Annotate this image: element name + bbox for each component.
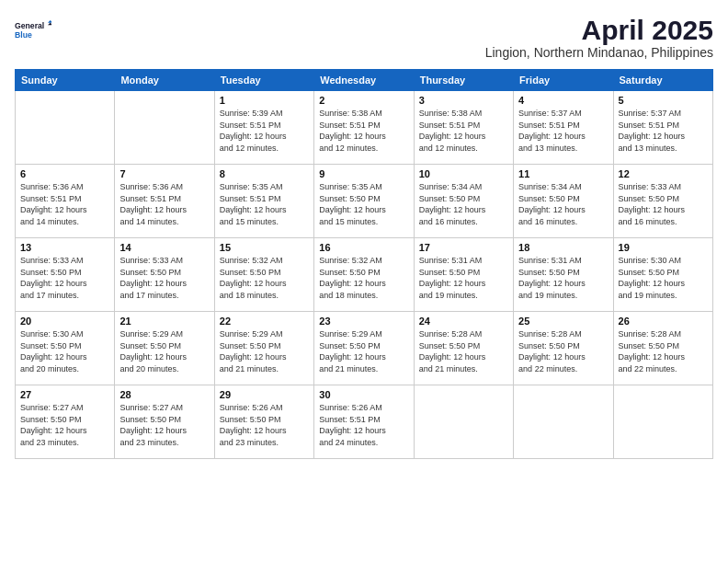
calendar-cell: 5Sunrise: 5:37 AM Sunset: 5:51 PM Daylig… xyxy=(613,91,712,165)
calendar-week-row: 6Sunrise: 5:36 AM Sunset: 5:51 PM Daylig… xyxy=(16,165,713,238)
calendar-day-header: Wednesday xyxy=(314,70,414,91)
day-number: 18 xyxy=(518,242,608,253)
day-number: 27 xyxy=(20,389,109,400)
day-info: Sunrise: 5:28 AM Sunset: 5:50 PM Dayligh… xyxy=(419,328,508,374)
day-info: Sunrise: 5:37 AM Sunset: 5:51 PM Dayligh… xyxy=(518,108,608,154)
calendar-cell: 2Sunrise: 5:38 AM Sunset: 5:51 PM Daylig… xyxy=(314,91,414,165)
calendar-day-header: Sunday xyxy=(16,70,115,91)
day-info: Sunrise: 5:34 AM Sunset: 5:50 PM Dayligh… xyxy=(419,181,508,227)
calendar-cell: 17Sunrise: 5:31 AM Sunset: 5:50 PM Dayli… xyxy=(414,238,513,312)
day-info: Sunrise: 5:31 AM Sunset: 5:50 PM Dayligh… xyxy=(419,255,508,301)
day-info: Sunrise: 5:36 AM Sunset: 5:51 PM Dayligh… xyxy=(119,181,209,227)
day-number: 5 xyxy=(619,95,708,106)
calendar-cell: 8Sunrise: 5:35 AM Sunset: 5:51 PM Daylig… xyxy=(214,165,313,238)
day-info: Sunrise: 5:39 AM Sunset: 5:51 PM Dayligh… xyxy=(220,108,309,154)
day-info: Sunrise: 5:31 AM Sunset: 5:50 PM Dayligh… xyxy=(518,255,608,301)
day-number: 9 xyxy=(319,168,408,179)
calendar-day-header: Monday xyxy=(115,70,214,91)
day-number: 29 xyxy=(220,389,309,400)
day-info: Sunrise: 5:28 AM Sunset: 5:50 PM Dayligh… xyxy=(619,328,708,374)
day-number: 12 xyxy=(619,168,708,179)
svg-marker-3 xyxy=(48,23,51,26)
day-info: Sunrise: 5:27 AM Sunset: 5:50 PM Dayligh… xyxy=(119,402,209,448)
day-info: Sunrise: 5:33 AM Sunset: 5:50 PM Dayligh… xyxy=(619,181,708,227)
day-number: 10 xyxy=(419,168,508,179)
calendar-cell: 6Sunrise: 5:36 AM Sunset: 5:51 PM Daylig… xyxy=(16,165,115,238)
day-number: 30 xyxy=(319,389,408,400)
day-number: 7 xyxy=(119,168,209,179)
day-info: Sunrise: 5:36 AM Sunset: 5:51 PM Dayligh… xyxy=(20,181,109,227)
calendar-cell: 11Sunrise: 5:34 AM Sunset: 5:50 PM Dayli… xyxy=(514,165,613,238)
header: General Blue April 2025 Lingion, Norther… xyxy=(15,15,713,60)
day-number: 6 xyxy=(20,168,109,179)
day-info: Sunrise: 5:29 AM Sunset: 5:50 PM Dayligh… xyxy=(220,328,309,374)
day-info: Sunrise: 5:27 AM Sunset: 5:50 PM Dayligh… xyxy=(20,402,109,448)
day-info: Sunrise: 5:30 AM Sunset: 5:50 PM Dayligh… xyxy=(20,328,109,374)
day-number: 1 xyxy=(220,95,309,106)
day-info: Sunrise: 5:30 AM Sunset: 5:50 PM Dayligh… xyxy=(619,255,708,301)
day-number: 28 xyxy=(119,389,209,400)
day-info: Sunrise: 5:34 AM Sunset: 5:50 PM Dayligh… xyxy=(518,181,608,227)
calendar-header-row: SundayMondayTuesdayWednesdayThursdayFrid… xyxy=(16,70,713,91)
day-info: Sunrise: 5:26 AM Sunset: 5:51 PM Dayligh… xyxy=(319,402,408,448)
calendar-cell: 1Sunrise: 5:39 AM Sunset: 5:51 PM Daylig… xyxy=(214,91,313,165)
calendar-cell: 30Sunrise: 5:26 AM Sunset: 5:51 PM Dayli… xyxy=(314,385,414,459)
calendar-day-header: Thursday xyxy=(414,70,513,91)
day-number: 3 xyxy=(419,95,508,106)
calendar-day-header: Tuesday xyxy=(214,70,313,91)
day-number: 25 xyxy=(518,316,608,327)
calendar-cell xyxy=(115,91,214,165)
day-number: 24 xyxy=(419,316,508,327)
calendar-cell: 21Sunrise: 5:29 AM Sunset: 5:50 PM Dayli… xyxy=(115,312,214,385)
day-info: Sunrise: 5:26 AM Sunset: 5:50 PM Dayligh… xyxy=(220,402,309,448)
calendar-cell: 12Sunrise: 5:33 AM Sunset: 5:50 PM Dayli… xyxy=(613,165,712,238)
calendar-cell: 25Sunrise: 5:28 AM Sunset: 5:50 PM Dayli… xyxy=(514,312,613,385)
subtitle: Lingion, Northern Mindanao, Philippines xyxy=(485,45,713,60)
day-number: 22 xyxy=(220,316,309,327)
calendar-cell: 7Sunrise: 5:36 AM Sunset: 5:51 PM Daylig… xyxy=(115,165,214,238)
main-title: April 2025 xyxy=(485,15,713,45)
day-info: Sunrise: 5:29 AM Sunset: 5:50 PM Dayligh… xyxy=(119,328,209,374)
calendar-cell: 22Sunrise: 5:29 AM Sunset: 5:50 PM Dayli… xyxy=(214,312,313,385)
calendar-cell: 29Sunrise: 5:26 AM Sunset: 5:50 PM Dayli… xyxy=(214,385,313,459)
day-info: Sunrise: 5:35 AM Sunset: 5:50 PM Dayligh… xyxy=(319,181,408,227)
day-number: 4 xyxy=(518,95,608,106)
calendar-cell: 28Sunrise: 5:27 AM Sunset: 5:50 PM Dayli… xyxy=(115,385,214,459)
calendar-cell: 15Sunrise: 5:32 AM Sunset: 5:50 PM Dayli… xyxy=(214,238,313,312)
day-info: Sunrise: 5:32 AM Sunset: 5:50 PM Dayligh… xyxy=(220,255,309,301)
calendar-cell: 26Sunrise: 5:28 AM Sunset: 5:50 PM Dayli… xyxy=(613,312,712,385)
calendar-cell: 27Sunrise: 5:27 AM Sunset: 5:50 PM Dayli… xyxy=(16,385,115,459)
day-number: 20 xyxy=(20,316,109,327)
calendar-cell: 19Sunrise: 5:30 AM Sunset: 5:50 PM Dayli… xyxy=(613,238,712,312)
day-number: 21 xyxy=(119,316,209,327)
day-info: Sunrise: 5:35 AM Sunset: 5:51 PM Dayligh… xyxy=(220,181,309,227)
calendar-week-row: 20Sunrise: 5:30 AM Sunset: 5:50 PM Dayli… xyxy=(16,312,713,385)
calendar-cell: 9Sunrise: 5:35 AM Sunset: 5:50 PM Daylig… xyxy=(314,165,414,238)
day-number: 16 xyxy=(319,242,408,253)
day-number: 14 xyxy=(119,242,209,253)
calendar-cell: 16Sunrise: 5:32 AM Sunset: 5:50 PM Dayli… xyxy=(314,238,414,312)
calendar-cell: 20Sunrise: 5:30 AM Sunset: 5:50 PM Dayli… xyxy=(16,312,115,385)
calendar-table: SundayMondayTuesdayWednesdayThursdayFrid… xyxy=(15,69,713,459)
calendar-cell xyxy=(514,385,613,459)
day-number: 17 xyxy=(419,242,508,253)
calendar-week-row: 13Sunrise: 5:33 AM Sunset: 5:50 PM Dayli… xyxy=(16,238,713,312)
calendar-cell: 23Sunrise: 5:29 AM Sunset: 5:50 PM Dayli… xyxy=(314,312,414,385)
logo: General Blue xyxy=(15,15,51,48)
day-info: Sunrise: 5:33 AM Sunset: 5:50 PM Dayligh… xyxy=(119,255,209,301)
calendar-cell: 3Sunrise: 5:38 AM Sunset: 5:51 PM Daylig… xyxy=(414,91,513,165)
calendar-cell: 4Sunrise: 5:37 AM Sunset: 5:51 PM Daylig… xyxy=(514,91,613,165)
svg-text:General: General xyxy=(15,21,44,30)
day-number: 11 xyxy=(518,168,608,179)
calendar-week-row: 27Sunrise: 5:27 AM Sunset: 5:50 PM Dayli… xyxy=(16,385,713,459)
day-info: Sunrise: 5:37 AM Sunset: 5:51 PM Dayligh… xyxy=(619,108,708,154)
day-info: Sunrise: 5:29 AM Sunset: 5:50 PM Dayligh… xyxy=(319,328,408,374)
day-number: 2 xyxy=(319,95,408,106)
day-number: 19 xyxy=(619,242,708,253)
calendar-cell xyxy=(16,91,115,165)
day-number: 26 xyxy=(619,316,708,327)
calendar-cell: 14Sunrise: 5:33 AM Sunset: 5:50 PM Dayli… xyxy=(115,238,214,312)
calendar-day-header: Friday xyxy=(514,70,613,91)
day-info: Sunrise: 5:38 AM Sunset: 5:51 PM Dayligh… xyxy=(319,108,408,154)
calendar-cell xyxy=(613,385,712,459)
